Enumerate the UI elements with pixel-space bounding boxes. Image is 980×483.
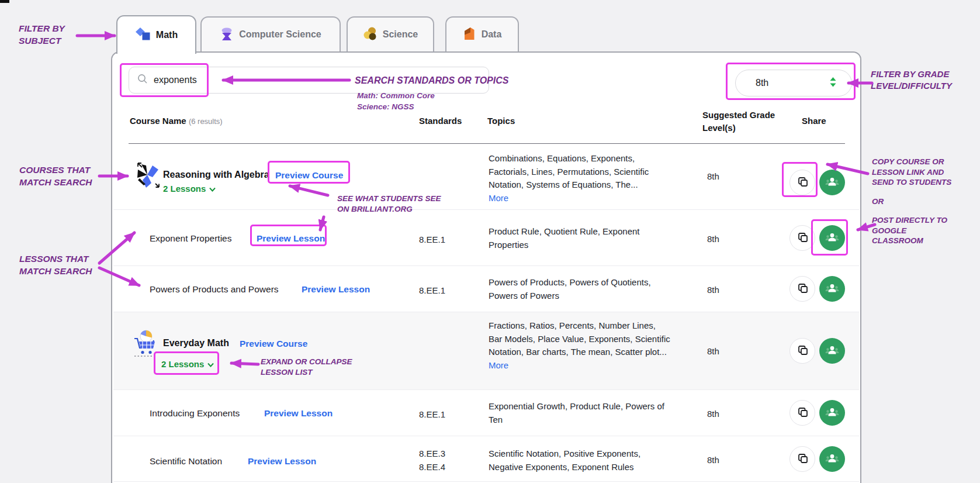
- google-classroom-icon: [825, 175, 840, 191]
- column-header-course-name: Course Name (6 results): [130, 116, 223, 126]
- google-classroom-share-button[interactable]: [819, 276, 845, 302]
- google-classroom-share-button[interactable]: [819, 170, 845, 195]
- column-header-suggested-grade: Suggested Grade Level(s): [702, 109, 780, 134]
- math-subject-icon: [135, 27, 151, 44]
- preview-lesson-link[interactable]: Preview Lesson: [248, 456, 316, 467]
- annotation-courses-match: COURSES THAT MATCH SEARCH: [19, 164, 92, 188]
- suggested-grade-value: 8th: [707, 171, 719, 181]
- tab-math-label: Math: [156, 30, 178, 40]
- standards-value: 8.EE.1: [419, 408, 445, 422]
- table-row-lesson-powers-of-products: Powers of Products and Powers Preview Le…: [113, 265, 859, 312]
- column-header-share: Share: [802, 116, 826, 126]
- tab-science[interactable]: Science: [347, 16, 434, 51]
- chevron-down-icon: [207, 359, 214, 369]
- standards-value: 8.EE.1: [419, 284, 445, 298]
- table-row-course-everyday-math: Everyday Math Preview Course 2 Lessons F…: [113, 312, 859, 389]
- suggested-grade-value: 8th: [707, 234, 719, 244]
- annotation-copy-link: COPY COURSE OR LESSON LINK AND SEND TO S…: [872, 157, 951, 188]
- table-row-course-reasoning-with-algebra: Reasoning with Algebra Preview Course 2 …: [113, 144, 859, 209]
- copy-icon: [797, 406, 808, 420]
- topics-cell: Combinations, Equations, Exponents, Fact…: [489, 152, 670, 205]
- more-topics-link[interactable]: More: [489, 359, 508, 372]
- course-art-pinwheel-icon: [133, 159, 161, 192]
- screen-edge-artifact: [0, 0, 9, 3]
- copy-link-button[interactable]: [789, 338, 815, 364]
- preview-lesson-link[interactable]: Preview Lesson: [257, 233, 325, 244]
- topics-cell: Exponential Growth, Product Rule, Powers…: [489, 400, 670, 426]
- tab-data[interactable]: Data: [445, 16, 519, 51]
- tab-computer-science-label: Computer Science: [239, 29, 321, 40]
- google-classroom-icon: [825, 451, 840, 467]
- tab-computer-science[interactable]: Computer Science: [200, 16, 341, 51]
- copy-icon: [797, 344, 808, 358]
- copy-icon: [797, 176, 808, 189]
- lesson-name: Exponent Properties: [150, 233, 231, 244]
- tab-math[interactable]: Math: [116, 15, 196, 54]
- copy-icon: [797, 453, 808, 466]
- tab-science-label: Science: [383, 29, 418, 40]
- suggested-grade-value: 8th: [707, 346, 719, 356]
- data-subject-icon: [463, 26, 476, 43]
- select-up-down-arrows-icon: [830, 77, 836, 89]
- table-row-lesson-scientific-notation: Scientific Notation Preview Lesson 8.EE.…: [113, 436, 859, 482]
- copy-link-button[interactable]: [789, 225, 815, 251]
- suggested-grade-value: 8th: [707, 455, 719, 465]
- lesson-name: Scientific Notation: [150, 456, 222, 467]
- grade-filter-value: 8th: [756, 78, 830, 88]
- lesson-name: Introducing Exponents: [150, 408, 240, 419]
- chevron-down-icon: [209, 184, 216, 194]
- copy-link-button[interactable]: [789, 446, 815, 472]
- annotation-search-standards-sub: Math: Common Core Science: NGSS: [357, 90, 435, 112]
- preview-lesson-link[interactable]: Preview Lesson: [302, 284, 370, 295]
- course-name: Reasoning with Algebra: [163, 170, 269, 180]
- course-art-cart-icon: [132, 330, 157, 360]
- copy-link-button[interactable]: [789, 170, 815, 195]
- topics-cell: Powers of Products, Powers of Quotients,…: [489, 276, 670, 302]
- annotation-search-standards: SEARCH STANDARDS OR TOPICS: [355, 74, 508, 87]
- lesson-name: Powers of Products and Powers: [150, 284, 279, 295]
- annotation-post-classroom: POST DIRECTLY TO GOOGLE CLASSROOM: [872, 215, 947, 246]
- topics-cell: Product Rule, Quotient Rule, Exponent Pr…: [489, 225, 670, 251]
- suggested-grade-value: 8th: [707, 285, 719, 295]
- topics-cell: Fractions, Ratios, Percents, Number Line…: [489, 319, 670, 372]
- google-classroom-share-button[interactable]: [819, 225, 845, 251]
- annotation-filter-by-grade: FILTER BY GRADE LEVEL/DIFFICULTY: [871, 68, 952, 92]
- annotation-expand-collapse: EXPAND OR COLLAPSE LESSON LIST: [261, 357, 352, 377]
- annotation-filter-by-subject: FILTER BY SUBJECT: [19, 22, 65, 47]
- table-row-lesson-introducing-exponents: Introducing Exponents Preview Lesson 8.E…: [113, 389, 859, 436]
- search-icon: [137, 74, 148, 87]
- standards-cell: 8.EE.3 8.EE.4: [419, 447, 445, 474]
- grade-filter-select[interactable]: 8th: [735, 70, 852, 96]
- annotation-or: OR: [872, 196, 884, 207]
- lessons-count-label: 2 Lessons: [161, 359, 204, 369]
- standards-value: 8.EE.1: [419, 233, 445, 247]
- results-panel: 8th Course Name (6 results) Standards To…: [111, 51, 861, 483]
- column-header-topics: Topics: [487, 116, 515, 126]
- column-header-standards: Standards: [419, 116, 462, 126]
- google-classroom-share-button[interactable]: [819, 446, 845, 472]
- google-classroom-share-button[interactable]: [819, 400, 845, 426]
- science-subject-icon: [363, 26, 378, 43]
- lessons-count-label: 2 Lessons: [163, 184, 206, 194]
- copy-link-button[interactable]: [789, 400, 815, 426]
- copy-icon: [797, 282, 808, 296]
- annotation-see-students: SEE WHAT STUDENTS SEE ON BRILLIANT.ORG: [337, 194, 441, 214]
- preview-lesson-link[interactable]: Preview Lesson: [264, 408, 333, 419]
- preview-course-link[interactable]: Preview Course: [275, 170, 343, 181]
- table-row-lesson-exponent-properties: Exponent Properties Preview Lesson 8.EE.…: [113, 209, 859, 265]
- computer-science-subject-icon: [220, 26, 234, 43]
- copy-icon: [797, 232, 808, 245]
- course-name: Everyday Math: [163, 338, 229, 349]
- topics-cell: Scientific Notation, Positive Exponents,…: [489, 447, 670, 474]
- preview-course-link[interactable]: Preview Course: [240, 339, 307, 349]
- google-classroom-icon: [825, 405, 840, 421]
- copy-link-button[interactable]: [789, 276, 815, 302]
- annotation-lessons-match: LESSONS THAT MATCH SEARCH: [19, 253, 92, 277]
- tab-data-label: Data: [482, 29, 502, 40]
- suggested-grade-value: 8th: [707, 409, 719, 419]
- lessons-expand-toggle[interactable]: 2 Lessons: [163, 184, 216, 194]
- google-classroom-icon: [825, 230, 840, 246]
- more-topics-link[interactable]: More: [489, 192, 508, 205]
- lessons-expand-toggle[interactable]: 2 Lessons: [161, 359, 214, 369]
- google-classroom-share-button[interactable]: [819, 338, 845, 364]
